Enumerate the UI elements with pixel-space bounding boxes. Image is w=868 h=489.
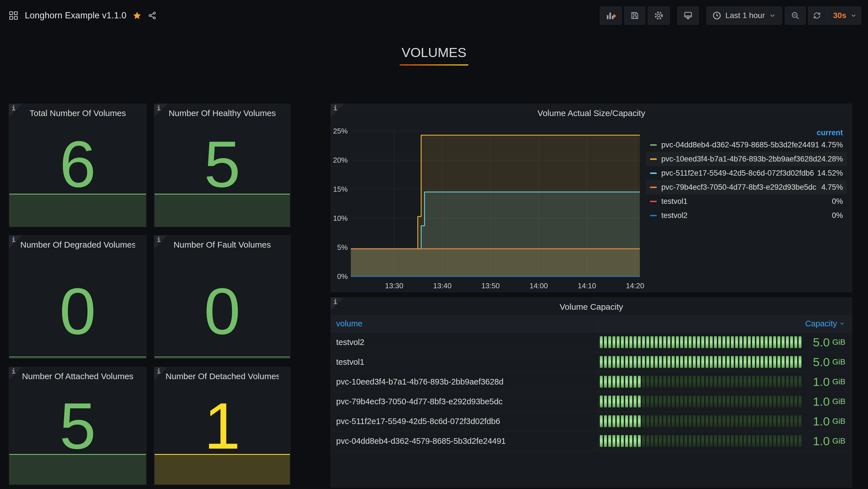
- series-name[interactable]: testvol2: [661, 211, 687, 220]
- gauge-led-cell: [629, 356, 632, 368]
- gauge-led-cell: [663, 356, 666, 368]
- stat-panel-title[interactable]: Total Number Of Volumes: [20, 108, 135, 118]
- column-header-volume[interactable]: volume: [331, 319, 363, 328]
- gauge-led-cell: [663, 336, 666, 348]
- volume-name-cell: testvol1: [336, 352, 364, 372]
- share-icon[interactable]: [148, 11, 157, 20]
- gauge-led-cell: [795, 396, 797, 407]
- gauge-led-cell: [761, 396, 764, 407]
- series-name[interactable]: pvc-04dd8eb4-d362-4579-8685-5b3d2fe24491: [661, 141, 819, 149]
- gauge-led-cell: [638, 336, 641, 348]
- gauge-led-cell: [786, 336, 789, 348]
- gauge-led-cell: [680, 415, 683, 427]
- gauge-led-cell: [727, 415, 730, 427]
- gauge-led-cell: [600, 435, 602, 447]
- gauge-led-cell: [769, 376, 772, 387]
- gauge-led-cell: [710, 435, 713, 447]
- table-panel-title[interactable]: Volume Capacity: [342, 302, 841, 312]
- gauge-led-cell: [727, 336, 730, 348]
- gauge-led-cell: [676, 336, 679, 348]
- capacity-unit: GiB: [832, 377, 845, 386]
- gauge-led-cell: [625, 396, 628, 407]
- gauge-led-cell: [659, 415, 662, 427]
- gauge-led-cell: [668, 415, 670, 427]
- gauge-led-cell: [693, 396, 696, 407]
- gauge-led-cell: [629, 396, 632, 407]
- gauge-led-cell: [697, 376, 700, 387]
- gauge-led-cell: [697, 356, 700, 368]
- gauge-led-cell: [744, 336, 746, 348]
- gauge-led-cell: [608, 415, 611, 427]
- gauge-led-cell: [659, 336, 662, 348]
- star-icon[interactable]: [132, 11, 142, 20]
- table-header: volume Capacity: [331, 315, 851, 332]
- gauge-led-cell: [790, 435, 793, 447]
- stat-panel-title[interactable]: Number Of Detached Volumes...: [165, 372, 279, 381]
- legend-header[interactable]: current: [646, 127, 847, 138]
- gauge-led-cell: [744, 415, 746, 427]
- gauge-led-cell: [604, 376, 607, 387]
- gauge-led-cell: [684, 415, 687, 427]
- gauge-led-cell: [613, 376, 615, 387]
- gauge-led-cell: [752, 396, 755, 407]
- apps-grid-icon[interactable]: [8, 10, 19, 21]
- settings-button[interactable]: [648, 6, 670, 25]
- series-name[interactable]: testvol1: [661, 197, 687, 206]
- save-dashboard-button[interactable]: [624, 6, 645, 25]
- gauge-led-cell: [786, 356, 789, 368]
- time-range-label: Last 1 hour: [725, 11, 765, 20]
- gauge-led-cell: [735, 336, 738, 348]
- gauge-led-cell: [604, 336, 607, 348]
- gauge-led-cell: [689, 336, 691, 348]
- table-row: pvc-79b4ecf3-7050-4d77-8bf3-e292d93be5dc…: [331, 392, 851, 412]
- gauge-led-cell: [748, 435, 751, 447]
- refresh-icon[interactable]: [812, 11, 822, 20]
- gauge-led-cell: [714, 415, 717, 427]
- gauge-led-cell: [701, 336, 704, 348]
- series-name[interactable]: pvc-10eed3f4-b7a1-4b76-893b-2bb9aef3628d: [661, 155, 817, 164]
- gauge-led-cell: [672, 356, 675, 368]
- add-panel-button[interactable]: [600, 6, 622, 25]
- gauge-led-cell: [684, 336, 687, 348]
- stat-panel-title[interactable]: Number Of Fault Volumes: [165, 240, 279, 250]
- stat-panel-title[interactable]: Number Of Healthy Volumes: [165, 108, 279, 118]
- gauge-led-cell: [773, 415, 776, 427]
- stat-panel-title[interactable]: Number Of Degraded Volumes...: [20, 240, 135, 250]
- gauge-led-cell: [799, 435, 801, 447]
- gauge-led-cell: [761, 415, 764, 427]
- gauge-led-cell: [777, 376, 780, 387]
- series-name[interactable]: pvc-79b4ecf3-7050-4d77-8bf3-e292d93be5dc: [661, 183, 816, 192]
- series-name[interactable]: pvc-511f2e17-5549-42d5-8c6d-072f3d02fdb6: [661, 169, 814, 178]
- gauge-led-cell: [608, 356, 611, 368]
- gauge-led-cell: [634, 415, 637, 427]
- capacity-number: 1.0: [813, 414, 830, 428]
- series-current-value: 14.52%: [817, 169, 843, 178]
- gauge-led-cell: [739, 336, 742, 348]
- gauge-led-cell: [646, 376, 649, 387]
- zoom-out-button[interactable]: [785, 6, 806, 25]
- capacity-unit: GiB: [832, 338, 845, 347]
- gauge-led-cell: [668, 376, 670, 387]
- gauge-led-cell: [769, 396, 772, 407]
- gauge-led-cell: [790, 415, 793, 427]
- gauge-led-cell: [668, 356, 670, 368]
- gauge-led-cell: [786, 435, 789, 447]
- time-range-picker[interactable]: Last 1 hour: [706, 6, 782, 25]
- stat-sparkline: [155, 194, 290, 227]
- gauge-led-cell: [617, 396, 620, 407]
- refresh-interval-label[interactable]: 30s: [833, 11, 846, 20]
- gauge-led-cell: [646, 435, 649, 447]
- gauge-led-cell: [731, 336, 734, 348]
- gauge-led-cell: [735, 396, 738, 407]
- cycle-view-button[interactable]: [677, 6, 699, 25]
- gauge-led-cell: [777, 435, 780, 447]
- gauge-led-cell: [625, 376, 628, 387]
- chart-panel-title[interactable]: Volume Actual Size/Capacity: [342, 108, 841, 118]
- column-header-capacity[interactable]: Capacity: [805, 319, 851, 328]
- stat-panel-title[interactable]: Number Of Attached Volumes: [20, 372, 135, 381]
- gauge-led-cell: [701, 415, 704, 427]
- volume-name-cell: pvc-04dd8eb4-d362-4579-8685-5b3d2fe24491: [336, 431, 506, 451]
- gauge-led-cell: [642, 356, 645, 368]
- gauge-led-cell: [651, 336, 653, 348]
- gauge-led-cell: [655, 415, 658, 427]
